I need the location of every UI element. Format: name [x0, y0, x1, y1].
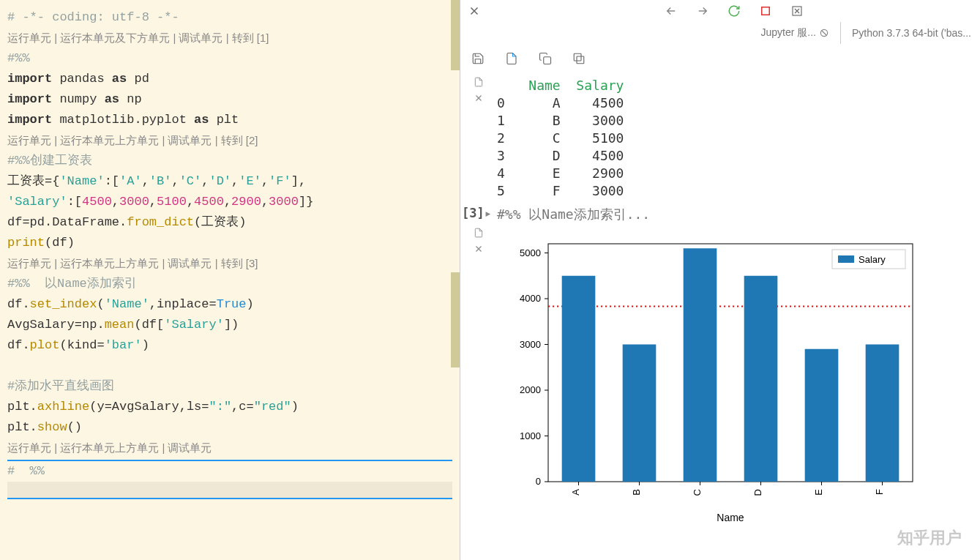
svg-text:2000: 2000 [520, 384, 541, 395]
cell-output-header: #%% 以Name添加索引... [497, 206, 650, 223]
svg-text:4000: 4000 [520, 293, 541, 304]
plot-line[interactable]: df.plot(kind='bar') [7, 335, 452, 356]
editor-scrollbar[interactable] [451, 0, 460, 560]
svg-text:0: 0 [536, 476, 541, 487]
svg-text:3000: 3000 [520, 339, 541, 350]
svg-text:B: B [631, 489, 642, 496]
dict-line1[interactable]: 工资表={'Name':['A','B','C','D','E','F'], [7, 171, 452, 192]
goto-code-icon[interactable] [474, 228, 484, 238]
prev-icon[interactable] [665, 4, 678, 18]
interrupt-icon[interactable] [759, 4, 772, 18]
top-toolbar [460, 0, 980, 22]
cell4-controls[interactable]: 运行单元 | 运行本单元上方单元 | 调试单元 [7, 438, 452, 458]
svg-rect-6 [548, 244, 913, 482]
cell1-marker: #%% [7, 51, 30, 65]
svg-text:C: C [692, 489, 703, 496]
axhline-line[interactable]: plt.axhline(y=AvgSalary,ls=":",c="red") [7, 397, 452, 417]
restart-icon[interactable] [727, 4, 741, 18]
svg-rect-4 [577, 56, 584, 64]
scrollbar-thumb[interactable] [451, 0, 460, 70]
svg-text:F: F [874, 489, 885, 495]
svg-text:Salary: Salary [859, 254, 886, 265]
delete-output-icon[interactable] [474, 93, 484, 103]
cell4-marker: # %% [7, 464, 45, 478]
cell3-controls[interactable]: 运行单元 | 运行本单元上方单元 | 调试单元 | 转到 [3] [7, 253, 452, 274]
svg-rect-29 [744, 276, 778, 482]
cell1-controls[interactable]: 运行单元 | 运行本单元及下方单元 | 调试单元 | 转到 [1] [7, 28, 452, 48]
hline-comment: #添加水平直线画图 [7, 379, 114, 393]
svg-text:E: E [813, 489, 824, 496]
encoding-comment: # -*- coding: utf-8 -*- [7, 10, 179, 24]
export-icon[interactable] [505, 52, 518, 65]
scrollbar-thumb[interactable] [451, 272, 460, 367]
cell2-marker: #%%创建工资表 [7, 154, 92, 168]
set-index-line[interactable]: df.set_index('Name',inplace=True) [7, 294, 452, 315]
svg-text:Name: Name [717, 512, 744, 523]
import-pandas[interactable]: import pandas as pd [7, 69, 452, 89]
print-line[interactable]: print(df) [7, 233, 452, 253]
show-line[interactable]: plt.show() [7, 417, 452, 438]
copy-icon[interactable] [539, 52, 552, 65]
save-icon[interactable] [471, 52, 485, 65]
svg-rect-40 [838, 255, 854, 263]
disconnect-icon [819, 28, 829, 38]
goto-code-icon[interactable] [474, 77, 484, 87]
svg-text:1000: 1000 [520, 430, 541, 441]
svg-rect-35 [866, 345, 899, 482]
bar-chart: 010002000300040005000ABCDEFNameSalary [497, 228, 935, 531]
expand-icon[interactable] [572, 52, 586, 65]
svg-rect-0 [762, 7, 770, 15]
kernel-status[interactable]: Python 3.7.3 64-bit ('bas... [852, 27, 971, 39]
svg-rect-3 [544, 57, 551, 64]
svg-rect-26 [684, 248, 717, 482]
svg-rect-23 [623, 345, 657, 482]
exec-count: [3] [462, 206, 485, 220]
svg-rect-32 [805, 349, 839, 482]
df-assign-line[interactable]: df=pd.DataFrame.from_dict(工资表) [7, 212, 452, 233]
watermark: 知乎用户 [897, 527, 962, 549]
code-editor-panel[interactable]: # -*- coding: utf-8 -*- 运行单元 | 运行本单元及下方单… [0, 0, 460, 560]
output-panel: Jupyter 服... Python 3.7.3 64-bit ('bas..… [460, 0, 980, 560]
jupyter-server-status[interactable]: Jupyter 服... [761, 26, 829, 40]
svg-text:5000: 5000 [520, 247, 541, 258]
active-input-line[interactable] [7, 482, 452, 499]
svg-rect-5 [574, 53, 581, 61]
import-numpy[interactable]: import numpy as np [7, 89, 452, 110]
cell2-controls[interactable]: 运行单元 | 运行本单元上方单元 | 调试单元 | 转到 [2] [7, 130, 452, 151]
cell3-marker: #%% 以Name添加索引 [7, 277, 137, 291]
avg-salary-line[interactable]: AvgSalary=np.mean(df['Salary']) [7, 315, 452, 335]
second-toolbar [460, 44, 980, 73]
delete-output-icon[interactable] [474, 244, 484, 254]
clear-icon[interactable] [790, 4, 804, 18]
svg-text:D: D [752, 489, 763, 496]
svg-text:A: A [570, 489, 581, 496]
import-matplotlib[interactable]: import matplotlib.pyplot as plt [7, 110, 452, 130]
dict-line2[interactable]: 'Salary':[4500,3000,5100,4500,2900,3000]… [7, 192, 452, 212]
svg-rect-20 [562, 276, 596, 482]
dataframe-output: Name Salary 0 A 4500 1 B 3000 2 C 5100 3… [497, 77, 980, 200]
status-bar: Jupyter 服... Python 3.7.3 64-bit ('bas..… [460, 22, 980, 44]
close-icon[interactable] [468, 4, 481, 18]
next-icon[interactable] [696, 4, 709, 18]
